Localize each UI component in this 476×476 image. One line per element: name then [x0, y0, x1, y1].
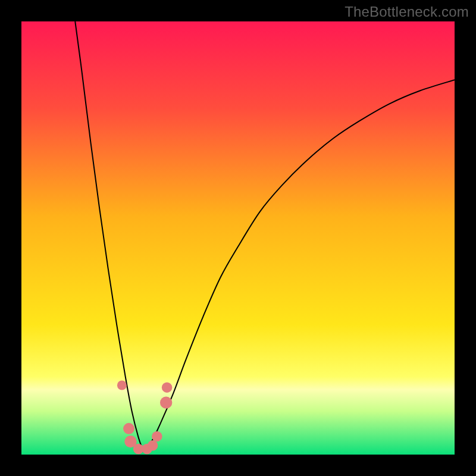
curve-left-branch — [75, 21, 143, 449]
chart-svg — [21, 21, 455, 455]
plot-area — [21, 21, 455, 455]
data-marker — [117, 381, 127, 390]
data-marker — [152, 431, 162, 441]
data-marker — [162, 382, 172, 392]
data-marker — [160, 396, 172, 408]
watermark-text: TheBottleneck.com — [345, 4, 469, 20]
data-marker — [123, 423, 134, 434]
marker-group — [117, 381, 172, 455]
data-marker — [148, 440, 158, 450]
curve-right-branch — [143, 80, 455, 449]
chart-frame: TheBottleneck.com — [0, 0, 476, 476]
